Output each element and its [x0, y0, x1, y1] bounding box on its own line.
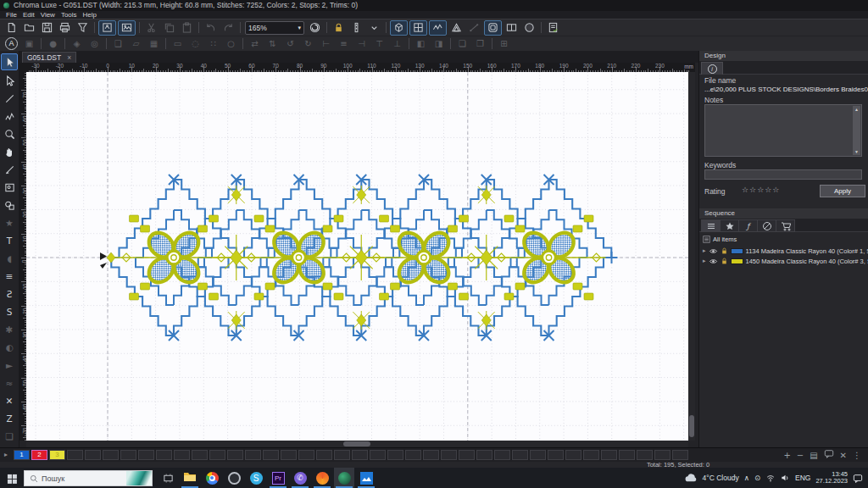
- palette-options[interactable]: ▤: [810, 451, 817, 460]
- redraw-button[interactable]: [307, 21, 323, 35]
- empty-color-slot[interactable]: [494, 450, 510, 460]
- tab-close-icon[interactable]: ×: [67, 53, 71, 62]
- image-tool[interactable]: [2, 180, 17, 195]
- rating-stars[interactable]: ☆☆☆☆☆: [742, 186, 780, 194]
- print-button[interactable]: [57, 21, 73, 35]
- wifi-icon[interactable]: [765, 474, 776, 482]
- document-tab[interactable]: G051.DST×: [22, 52, 76, 64]
- tray-app-icon[interactable]: ⊙: [754, 474, 760, 482]
- tray-expand-icon[interactable]: ∧: [744, 474, 749, 482]
- taskbar-app-viber[interactable]: ✆: [290, 470, 310, 485]
- empty-color-slot[interactable]: [476, 450, 492, 460]
- empty-color-slot[interactable]: [192, 450, 208, 460]
- zoom-tool[interactable]: [2, 126, 17, 141]
- sequence-item[interactable]: ▸1450 Madeira Classic Rayon 40 (Color# 3…: [703, 256, 867, 266]
- empty-color-slot[interactable]: [672, 450, 688, 460]
- zoom-level-select[interactable]: 165%▾: [245, 21, 304, 35]
- save-file-button[interactable]: [39, 21, 55, 35]
- remove-color[interactable]: −: [797, 451, 804, 460]
- empty-color-slot[interactable]: [209, 450, 225, 460]
- empty-color-slot[interactable]: [174, 450, 190, 460]
- taskbar-app-photos[interactable]: [356, 470, 376, 485]
- sequence-tab-cart[interactable]: [776, 219, 795, 232]
- keywords-input[interactable]: [704, 169, 862, 180]
- empty-color-slot[interactable]: [601, 450, 617, 460]
- taskbar-app-file-explorer[interactable]: [180, 470, 200, 485]
- menu-help[interactable]: Help: [83, 11, 97, 19]
- scroll-up-icon[interactable]: ▲: [853, 106, 860, 113]
- menu-view[interactable]: View: [41, 11, 55, 19]
- lock-stitches-button[interactable]: [331, 21, 347, 35]
- empty-color-slot[interactable]: [637, 450, 653, 460]
- machine-connect-button[interactable]: [348, 21, 364, 35]
- notes-scrollbar[interactable]: ▲ ▼: [853, 106, 860, 155]
- empty-color-slot[interactable]: [352, 450, 368, 460]
- menu-file[interactable]: File: [6, 11, 17, 19]
- shapes-tool[interactable]: [2, 197, 17, 213]
- empty-color-slot[interactable]: [459, 450, 475, 460]
- delete-tool[interactable]: ✕: [2, 393, 17, 408]
- empty-color-slot[interactable]: [298, 450, 314, 460]
- add-color[interactable]: +: [783, 451, 790, 460]
- tab-design-info[interactable]: i: [701, 62, 723, 75]
- menu-edit[interactable]: Edit: [23, 11, 35, 19]
- design-library-button[interactable]: [98, 20, 116, 36]
- lettering-button[interactable]: A: [3, 37, 19, 51]
- color-chip-3[interactable]: 3: [49, 450, 65, 460]
- taskbar-app-skype[interactable]: S: [246, 470, 266, 485]
- empty-color-slot[interactable]: [565, 450, 581, 460]
- palette-scroll-icon[interactable]: ▸: [4, 451, 8, 458]
- sequence-tab-effects[interactable]: ƒ: [738, 219, 758, 232]
- empty-color-slot[interactable]: [423, 450, 439, 460]
- taskbar-app-browser-orange[interactable]: [312, 470, 332, 485]
- export-design-button[interactable]: [75, 21, 91, 35]
- hscroll-thumb[interactable]: [343, 441, 370, 446]
- empty-color-slot[interactable]: [120, 450, 136, 460]
- task-view-button[interactable]: [158, 470, 178, 485]
- view-grid-button[interactable]: [409, 20, 427, 36]
- apply-button[interactable]: Apply: [820, 185, 865, 197]
- scroll-down-icon[interactable]: ▼: [853, 148, 860, 155]
- sequence-root-row[interactable]: All items: [703, 234, 867, 244]
- empty-color-slot[interactable]: [281, 450, 297, 460]
- knife-tool[interactable]: [2, 162, 17, 177]
- pan-tool[interactable]: [2, 144, 17, 159]
- view-split-button[interactable]: [504, 21, 520, 35]
- start-button[interactable]: [7, 473, 18, 488]
- lettering-tool[interactable]: T: [2, 233, 17, 248]
- run-stitch-tool[interactable]: Ƨ: [2, 286, 17, 302]
- sequence-list-tool[interactable]: ≡: [2, 269, 17, 284]
- notes-textarea[interactable]: ▲ ▼: [704, 104, 862, 157]
- empty-color-slot[interactable]: [263, 450, 279, 460]
- empty-color-slot[interactable]: [67, 450, 83, 460]
- menu-tools[interactable]: Tools: [61, 11, 77, 19]
- empty-color-slot[interactable]: [654, 450, 670, 460]
- stitch-edit-tool[interactable]: [2, 108, 17, 124]
- empty-color-slot[interactable]: [548, 450, 564, 460]
- notifications-icon[interactable]: [853, 474, 863, 483]
- design-notes-button[interactable]: [545, 21, 561, 35]
- empty-color-slot[interactable]: [316, 450, 332, 460]
- zigzag-tool[interactable]: Z: [2, 411, 17, 426]
- empty-color-slot[interactable]: [334, 450, 350, 460]
- empty-color-slot[interactable]: [405, 450, 421, 460]
- taskbar-app-chrome[interactable]: [202, 470, 222, 485]
- view-hoop-button[interactable]: [484, 20, 502, 36]
- lock-icon[interactable]: [721, 247, 728, 255]
- color-chip-1[interactable]: 1: [14, 450, 30, 460]
- sequence-tab-timer[interactable]: [757, 219, 776, 232]
- empty-color-slot[interactable]: [370, 450, 386, 460]
- expand-caret-icon[interactable]: ▸: [703, 247, 706, 254]
- line-tool[interactable]: [2, 91, 17, 106]
- empty-color-slot[interactable]: [227, 450, 243, 460]
- select-tool[interactable]: [1, 53, 18, 70]
- empty-color-slot[interactable]: [441, 450, 457, 460]
- weather-text[interactable]: 4°C Cloudy: [703, 474, 739, 482]
- color-chip-2[interactable]: 2: [31, 450, 47, 460]
- taskbar-app-media-player[interactable]: [224, 470, 244, 485]
- color-comment[interactable]: [824, 449, 834, 461]
- new-file-button[interactable]: [3, 21, 19, 35]
- expand-caret-icon[interactable]: ▸: [703, 258, 706, 264]
- taskbar-search[interactable]: Пошук: [24, 470, 153, 486]
- empty-color-slot[interactable]: [530, 450, 546, 460]
